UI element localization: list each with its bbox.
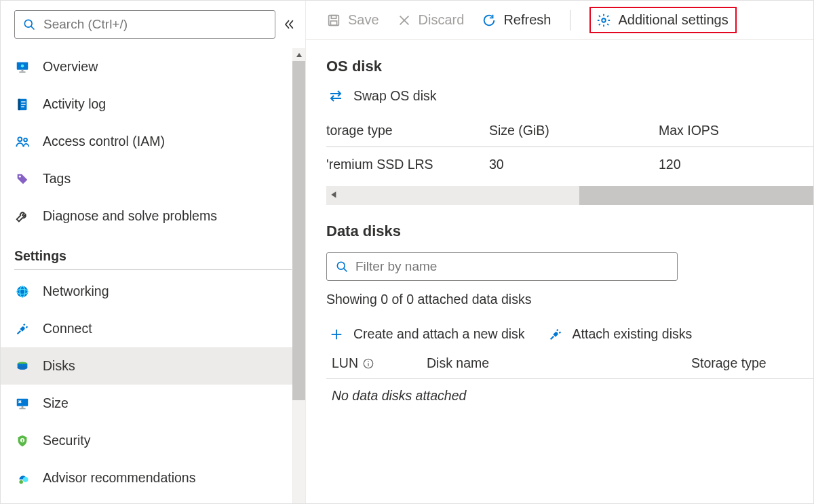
svg-point-35	[337, 262, 345, 269]
swap-os-disk-button[interactable]: Swap OS disk	[328, 88, 813, 104]
svg-rect-8	[18, 98, 20, 110]
sidebar-items: Overview Activity log Access control (IA…	[1, 48, 305, 503]
swap-os-disk-label: Swap OS disk	[353, 88, 436, 104]
additional-settings-button[interactable]: Additional settings	[589, 7, 736, 33]
connect-icon	[14, 321, 31, 337]
sidebar-section-divider	[14, 269, 292, 270]
svg-rect-30	[330, 20, 336, 24]
sidebar-item-label: Diagnose and solve problems	[43, 208, 217, 224]
svg-point-4	[21, 64, 24, 67]
additional-settings-label: Additional settings	[618, 12, 728, 28]
col-size: Size (GiB)	[489, 123, 659, 138]
search-input[interactable]	[42, 16, 268, 33]
create-attach-disk-button[interactable]: Create and attach a new disk	[329, 326, 525, 342]
svg-rect-20	[17, 398, 28, 406]
svg-rect-22	[19, 408, 25, 409]
sidebar-item-label: Size	[43, 395, 69, 411]
sidebar-item-access-control[interactable]: Access control (IAM)	[1, 123, 305, 160]
sidebar: Overview Activity log Access control (IA…	[1, 1, 306, 503]
refresh-button[interactable]: Refresh	[482, 12, 551, 28]
create-attach-label: Create and attach a new disk	[353, 326, 525, 342]
attach-existing-disks-button[interactable]: Attach existing disks	[548, 326, 693, 342]
svg-point-19	[18, 365, 28, 369]
close-icon	[397, 13, 412, 28]
attach-existing-label: Attach existing disks	[573, 326, 693, 342]
advisor-icon	[14, 470, 31, 486]
sidebar-item-label: Activity log	[43, 96, 106, 112]
data-disks-heading: Data disks	[326, 222, 813, 240]
col-disk-name: Disk name	[427, 355, 691, 371]
search-icon	[335, 260, 349, 273]
save-button[interactable]: Save	[326, 12, 379, 28]
svg-point-15	[17, 286, 28, 297]
sidebar-item-label: Networking	[43, 284, 109, 299]
svg-rect-29	[331, 15, 336, 18]
sidebar-item-networking[interactable]: Networking	[1, 273, 305, 310]
cell-storage-type: 'remium SSD LRS	[326, 157, 489, 172]
search-row	[1, 1, 305, 48]
sidebar-item-label: Disks	[43, 358, 75, 374]
search-icon	[22, 16, 37, 33]
sidebar-item-diagnose[interactable]: Diagnose and solve problems	[1, 197, 305, 235]
tag-icon	[14, 171, 31, 187]
toolbar: Save Discard Refresh Additional settings	[306, 1, 813, 40]
svg-marker-34	[331, 191, 336, 198]
svg-rect-11	[21, 106, 24, 106]
plus-icon	[329, 327, 344, 342]
os-disk-table: torage type Size (GiB) Max IOPS 'remium …	[306, 123, 813, 205]
svg-point-14	[19, 175, 21, 177]
sidebar-scrollbar-thumb[interactable]	[292, 61, 305, 400]
svg-point-27	[19, 480, 23, 484]
connect-icon	[548, 327, 563, 342]
data-disk-table-header: LUN Disk name Storage type	[306, 355, 813, 378]
showing-count: Showing 0 of 0 attached data disks	[326, 292, 813, 307]
size-icon	[14, 395, 31, 412]
sidebar-item-label: Security	[43, 433, 90, 448]
monitor-icon	[14, 59, 31, 75]
discard-label: Discard	[419, 12, 465, 28]
sidebar-item-label: Connect	[43, 321, 92, 336]
sidebar-item-tags[interactable]: Tags	[1, 160, 305, 197]
os-disk-row[interactable]: 'remium SSD LRS 30 120	[306, 147, 813, 182]
search-box[interactable]	[14, 10, 275, 39]
col-lun: LUN	[332, 355, 427, 371]
sidebar-item-connect[interactable]: Connect	[1, 310, 305, 347]
shield-icon	[14, 433, 31, 449]
sidebar-item-security[interactable]: Security	[1, 422, 305, 459]
globe-icon	[14, 284, 31, 300]
filter-box[interactable]	[326, 252, 678, 281]
svg-rect-24	[22, 440, 23, 442]
save-icon	[326, 13, 341, 28]
sidebar-item-size[interactable]: Size	[1, 385, 305, 422]
svg-line-36	[344, 269, 347, 272]
filter-input[interactable]	[354, 258, 669, 275]
svg-rect-6	[19, 71, 25, 73]
sidebar-scrollbar-up[interactable]	[292, 48, 305, 61]
gear-icon	[596, 13, 611, 28]
table-divider	[326, 378, 813, 379]
os-disk-hscrollbar[interactable]	[326, 186, 813, 205]
info-icon[interactable]	[362, 357, 374, 370]
svg-point-12	[18, 137, 22, 141]
collapse-sidebar-button[interactable]	[282, 16, 296, 33]
sidebar-item-overview[interactable]: Overview	[1, 48, 305, 85]
refresh-icon	[482, 13, 497, 28]
sidebar-item-disks[interactable]: Disks	[1, 347, 305, 385]
disks-icon	[14, 358, 31, 374]
main: Save Discard Refresh Additional settings…	[306, 1, 813, 503]
app-root: Overview Activity log Access control (IA…	[0, 0, 814, 504]
cell-iops: 120	[659, 157, 808, 172]
sidebar-item-advisor[interactable]: Advisor recommendations	[1, 459, 305, 497]
svg-rect-10	[21, 104, 25, 104]
sidebar-item-activity-log[interactable]: Activity log	[1, 85, 305, 123]
svg-rect-5	[22, 69, 24, 71]
sidebar-section-settings: Settings	[1, 235, 305, 269]
svg-point-41	[368, 360, 369, 362]
swap-icon	[328, 88, 344, 104]
discard-button[interactable]: Discard	[397, 12, 465, 28]
svg-point-25	[22, 439, 23, 440]
wrench-icon	[14, 208, 31, 225]
svg-point-33	[602, 18, 606, 22]
col-storage-type: Storage type	[691, 355, 813, 371]
svg-line-1	[31, 26, 35, 30]
